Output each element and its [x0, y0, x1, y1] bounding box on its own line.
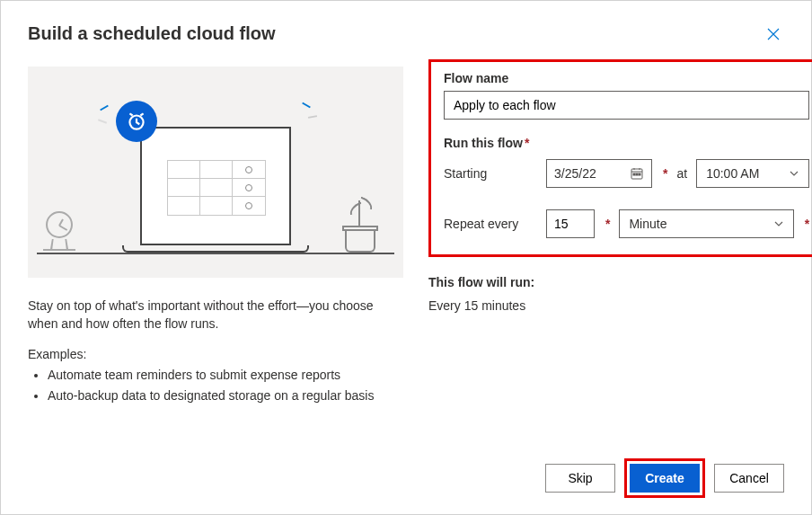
cancel-button[interactable]: Cancel [714, 464, 784, 493]
starting-time-value: 10:00 AM [706, 166, 759, 181]
repeat-unit-value: Minute [629, 217, 666, 231]
repeat-interval-input[interactable] [546, 209, 595, 238]
dialog-title: Build a scheduled cloud flow [28, 23, 276, 44]
required-marker: * [805, 217, 809, 231]
required-marker: * [605, 217, 610, 231]
required-marker: * [663, 166, 667, 181]
close-button[interactable] [763, 23, 784, 49]
dialog-content: Stay on top of what's important without … [28, 67, 784, 496]
example-item: Auto-backup data to designated storage o… [48, 386, 403, 405]
create-button[interactable]: Create [630, 464, 700, 493]
run-this-flow-label: Run this flow* [444, 136, 809, 150]
scheduled-flow-dialog: Build a scheduled cloud flow [0, 0, 812, 515]
starting-date-picker[interactable]: 3/25/22 [546, 159, 652, 188]
starting-time-dropdown[interactable]: 10:00 AM [696, 159, 809, 188]
at-label: at [676, 166, 687, 181]
examples-list: Automate team reminders to submit expens… [28, 365, 403, 405]
illustration [28, 67, 403, 278]
run-summary-label: This flow will run: [428, 275, 812, 289]
chevron-down-icon [789, 168, 799, 179]
examples-heading: Examples: [28, 347, 403, 361]
run-summary-text: Every 15 minutes [428, 298, 812, 313]
repeat-unit-dropdown[interactable]: Minute [619, 209, 793, 238]
svg-rect-3 [636, 173, 638, 175]
flow-name-input[interactable] [444, 91, 809, 120]
left-pane: Stay on top of what's important without … [28, 67, 403, 496]
description-text: Stay on top of what's important without … [28, 297, 403, 333]
svg-rect-4 [639, 173, 640, 175]
chevron-down-icon [773, 218, 784, 229]
starting-date-value: 3/25/22 [554, 166, 596, 181]
skip-button[interactable]: Skip [545, 464, 615, 493]
example-item: Automate team reminders to submit expens… [48, 365, 403, 385]
svg-rect-2 [633, 173, 635, 175]
right-pane: Flow name Run this flow* Starting 3/25/2… [428, 67, 812, 496]
flow-name-label: Flow name [444, 71, 809, 85]
close-icon [766, 27, 781, 41]
repeat-every-label: Repeat every [444, 217, 537, 231]
dialog-header: Build a scheduled cloud flow [28, 23, 784, 49]
calendar-icon [630, 166, 644, 181]
starting-label: Starting [444, 166, 537, 181]
clock-badge-icon [116, 101, 157, 142]
create-button-highlight: Create [624, 458, 705, 498]
form-highlight-area: Flow name Run this flow* Starting 3/25/2… [428, 59, 812, 257]
dialog-footer: Skip Create Cancel [545, 458, 784, 498]
